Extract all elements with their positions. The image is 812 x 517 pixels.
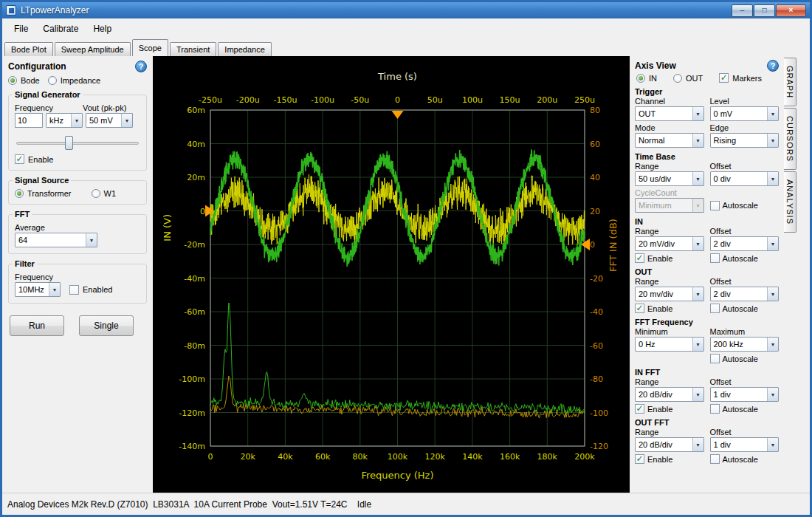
minimize-button[interactable]: – — [732, 4, 753, 17]
fft-frequency-title: FFT Frequency — [635, 318, 779, 326]
svg-text:-50u: -50u — [351, 95, 369, 105]
chevron-down-icon: ▾ — [692, 438, 703, 451]
menu-calibrate[interactable]: Calibrate — [35, 20, 86, 38]
transformer-label: Transformer — [27, 189, 72, 198]
in-fft-offset-combo[interactable]: 1 div ▾ — [710, 387, 780, 402]
trigger-channel-combo[interactable]: OUT ▾ — [635, 106, 704, 121]
close-button[interactable]: × — [776, 4, 806, 17]
tab-transient[interactable]: Transient — [170, 42, 216, 56]
svg-text:-60: -60 — [590, 341, 603, 351]
trigger-mode-combo[interactable]: Normal ▾ — [635, 133, 704, 148]
chevron-down-icon: ▾ — [767, 107, 778, 120]
frequency-slider[interactable] — [16, 135, 139, 151]
in-fft-section: IN FFT Range Offset 20 dB/div ▾ 1 div ▾ — [635, 368, 779, 414]
tab-bode-plot[interactable]: Bode Plot — [4, 42, 53, 56]
in-fft-autoscale-checkbox[interactable] — [710, 404, 720, 414]
in-autoscale-checkbox[interactable] — [710, 253, 720, 263]
in-range-value: 20 mV/div — [636, 237, 692, 250]
frequency-label: Frequency — [15, 103, 83, 112]
out-fft-title: OUT FFT — [635, 418, 779, 427]
fft-max-value: 200 kHz — [711, 338, 768, 351]
in-offset-combo[interactable]: 2 div ▾ — [710, 236, 780, 251]
slider-thumb[interactable] — [65, 136, 73, 150]
svg-text:160k: 160k — [500, 452, 520, 462]
filter-frequency-combo[interactable]: 10MHz ▾ — [15, 282, 61, 297]
time-zero-marker[interactable] — [392, 111, 404, 119]
tab-sweep-amplitude[interactable]: Sweep Amplitude — [55, 42, 131, 56]
maximize-button[interactable]: □ — [754, 4, 775, 17]
in-section: IN Range Offset 20 mV/div ▾ 2 div ▾ — [635, 217, 779, 263]
bode-radio[interactable] — [8, 76, 17, 85]
timebase-range-combo[interactable]: 50 us/div ▾ — [635, 171, 704, 186]
frequency-unit-combo[interactable]: kHz ▾ — [46, 113, 83, 128]
out-radio[interactable] — [673, 74, 682, 83]
out-enable-checkbox[interactable] — [635, 304, 644, 313]
tab-scope[interactable]: Scope — [132, 39, 168, 56]
trigger-channel-label: Channel — [635, 97, 704, 106]
in-enable-checkbox[interactable] — [635, 253, 644, 263]
svg-text:Time (s): Time (s) — [377, 71, 417, 82]
in-fft-enable-checkbox[interactable] — [635, 404, 644, 414]
in-radio[interactable] — [636, 74, 645, 83]
svg-text:FFT IN (dB): FFT IN (dB) — [608, 219, 619, 272]
svg-text:250u: 250u — [574, 95, 595, 105]
svg-text:-100: -100 — [590, 408, 608, 418]
svg-text:-120m: -120m — [179, 408, 205, 418]
trigger-level-combo[interactable]: 0 mV ▾ — [710, 106, 780, 121]
menu-file[interactable]: File — [7, 20, 35, 38]
menu-help[interactable]: Help — [86, 20, 119, 38]
out-offset-combo[interactable]: 2 div ▾ — [710, 287, 780, 301]
in-fft-range-combo[interactable]: 20 dB/div ▾ — [635, 387, 704, 402]
out-title: OUT — [635, 267, 779, 276]
side-tab-cursors[interactable]: CURSORS — [784, 108, 796, 170]
timebase-autoscale-checkbox[interactable] — [710, 201, 720, 210]
trigger-title: Trigger — [635, 87, 779, 96]
in-fft-offset-label: Offset — [710, 377, 780, 386]
run-button[interactable]: Run — [10, 315, 64, 336]
timebase-offset-combo[interactable]: 0 div ▾ — [710, 171, 780, 186]
w1-radio[interactable] — [92, 189, 100, 198]
side-tab-graph[interactable]: GRAPH — [784, 58, 796, 106]
markers-checkbox[interactable] — [719, 73, 729, 83]
in-autoscale-label: Autoscale — [723, 254, 758, 263]
fft-autoscale-checkbox[interactable] — [710, 354, 720, 363]
trigger-edge-label: Edge — [710, 123, 780, 132]
single-button[interactable]: Single — [79, 315, 134, 336]
timebase-autoscale-label: Autoscale — [723, 201, 758, 210]
out-fft-autoscale-checkbox[interactable] — [710, 454, 720, 464]
window-title: LTpowerAnalyzer — [21, 5, 89, 16]
fft-min-combo[interactable]: 0 Hz ▾ — [635, 337, 704, 352]
out-fft-offset-label: Offset — [710, 428, 780, 436]
signal-enable-checkbox[interactable] — [15, 154, 24, 164]
in-range-combo[interactable]: 20 mV/div ▾ — [635, 236, 704, 251]
svg-text:40: 40 — [590, 173, 600, 182]
vout-label: Vout (pk-pk) — [83, 103, 126, 112]
timebase-offset-value: 0 div — [711, 172, 768, 185]
axis-view-panel: Axis View ? IN OUT Markers Trigger Chann… — [630, 56, 784, 493]
side-tab-analysis[interactable]: ANALYSIS — [784, 171, 796, 233]
fft-max-combo[interactable]: 200 kHz ▾ — [710, 337, 780, 352]
chevron-down-icon: ▾ — [767, 237, 778, 250]
help-icon[interactable]: ? — [135, 61, 147, 72]
vout-combo[interactable]: 50 mV ▾ — [86, 113, 133, 128]
scope-plot[interactable]: -250u-200u-150u-100u-50u050u100u150u200u… — [153, 56, 630, 493]
trigger-edge-combo[interactable]: Rising ▾ — [710, 133, 780, 148]
in-fft-range-value: 20 dB/div — [636, 388, 692, 401]
impedance-radio[interactable] — [48, 76, 57, 85]
in-range-label: Range — [635, 227, 704, 236]
frequency-input[interactable] — [15, 113, 43, 128]
out-fft-range-combo[interactable]: 20 dB/div ▾ — [635, 437, 704, 452]
chevron-down-icon: ▾ — [121, 114, 132, 127]
tab-impedance[interactable]: Impedance — [218, 42, 271, 56]
out-fft-offset-combo[interactable]: 1 div ▾ — [710, 437, 780, 452]
out-fft-enable-checkbox[interactable] — [635, 454, 644, 464]
title-bar[interactable]: LTpowerAnalyzer – □ × — [2, 2, 810, 18]
out-autoscale-checkbox[interactable] — [710, 304, 720, 313]
help-icon[interactable]: ? — [767, 60, 779, 72]
svg-text:-120: -120 — [590, 442, 608, 451]
transformer-radio[interactable] — [15, 189, 24, 198]
svg-text:200k: 200k — [574, 452, 595, 462]
fft-average-combo[interactable]: 64 ▾ — [15, 233, 97, 247]
out-range-combo[interactable]: 20 mv/div ▾ — [635, 287, 704, 301]
filter-enabled-checkbox[interactable] — [69, 285, 79, 295]
